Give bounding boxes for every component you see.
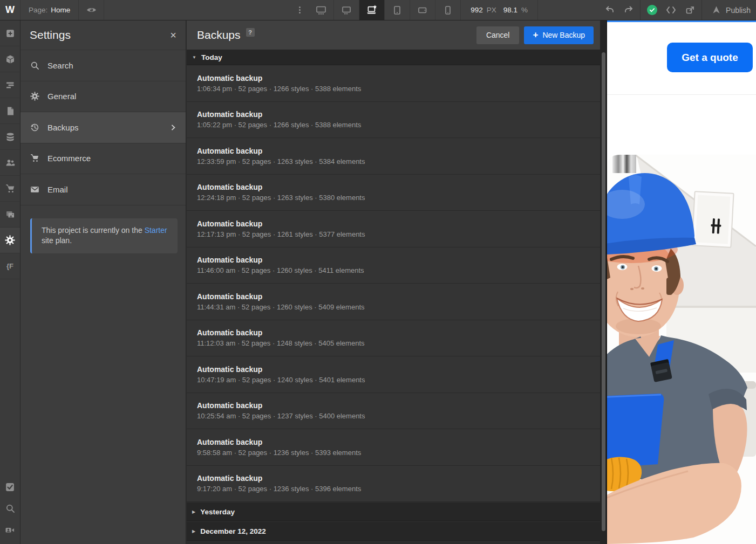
settings-item-backups[interactable]: Backups (21, 112, 186, 143)
backup-title: Automatic backup (197, 147, 600, 155)
new-backup-button[interactable]: + New Backup (524, 26, 594, 44)
site-settings-button[interactable] (0, 228, 20, 253)
backup-meta: 11:46:00 am · 52 pages · 1260 styles · 5… (197, 266, 600, 274)
backup-row[interactable]: Automatic backup11:12:03 am · 52 pages ·… (187, 320, 600, 357)
backup-meta: 12:24:18 pm · 52 pages · 1263 styles · 5… (197, 194, 600, 202)
backup-row[interactable]: Automatic backup12:24:18 pm · 52 pages ·… (187, 175, 600, 211)
navigator-icon (5, 80, 15, 90)
settings-item-label: Email (47, 185, 68, 194)
new-backup-label: New Backup (542, 31, 585, 39)
add-elements-button[interactable] (0, 20, 20, 46)
functions-button[interactable]: {F (0, 253, 20, 279)
backup-title: Automatic backup (197, 474, 600, 483)
webflow-logo[interactable]: W (0, 0, 21, 20)
users-icon (5, 158, 15, 168)
ecommerce-icon (5, 184, 15, 194)
undo-button[interactable] (600, 0, 619, 20)
cancel-button[interactable]: Cancel (476, 26, 520, 44)
backup-row[interactable]: Automatic backup9:58:58 am · 52 pages · … (187, 429, 600, 466)
page-selector[interactable]: Page: Home (21, 0, 79, 20)
device-phone-portrait-button[interactable] (435, 0, 461, 20)
users-button[interactable] (0, 150, 20, 176)
plan-notice-text-after: site plan. (42, 236, 72, 245)
device-laptop-button[interactable] (359, 0, 385, 20)
backup-section-header[interactable]: ▼Today (187, 50, 600, 65)
saved-status-button[interactable] (643, 0, 662, 20)
pages-button[interactable] (0, 98, 20, 124)
backup-row[interactable]: Automatic backup10:47:19 am · 52 pages ·… (187, 356, 600, 393)
device-desktop-large-button[interactable] (309, 0, 334, 20)
backups-panel: Backups ? Cancel + New Backup ▼TodayAuto… (187, 20, 600, 544)
backup-row[interactable]: Automatic backup12:33:59 pm · 52 pages ·… (187, 138, 600, 175)
canvas-size-readout[interactable]: 992 PX 98.1 % (461, 0, 538, 20)
backup-row[interactable]: Automatic backup12:17:13 pm · 52 pages ·… (187, 211, 600, 247)
share-button[interactable] (680, 0, 699, 20)
backup-title: Automatic backup (197, 292, 600, 301)
logo-glyph: W (5, 4, 15, 16)
backups-scrollbar-track[interactable] (600, 20, 607, 544)
backups-scrollbar-thumb[interactable] (602, 52, 605, 531)
backup-row[interactable]: Automatic backup11:44:31 am · 52 pages ·… (187, 284, 600, 320)
settings-item-label: Search (47, 61, 73, 70)
eye-icon (86, 5, 97, 15)
preview-toggle-button[interactable] (79, 0, 104, 20)
canvas-menu-button[interactable] (290, 0, 309, 20)
section-label: Today (201, 53, 222, 61)
zoom-value: 98.1 (503, 6, 517, 14)
redo-button[interactable] (619, 0, 638, 20)
topbar: W Page: Home 992 PX 98.1 % (0, 0, 756, 20)
close-settings-button[interactable]: × (170, 30, 176, 40)
audit-button[interactable] (0, 476, 20, 498)
device-desktop-button[interactable] (334, 0, 359, 20)
device-phone-landscape-button[interactable] (410, 0, 435, 20)
zoom-unit: % (521, 6, 528, 14)
get-a-quote-button[interactable]: Get a quote (667, 43, 753, 72)
undo-icon (605, 5, 615, 15)
device-tablet-button[interactable] (385, 0, 410, 20)
publish-plane-icon (712, 5, 721, 15)
backup-title: Automatic backup (197, 256, 600, 264)
worker-photo (607, 155, 756, 544)
settings-item-search[interactable]: Search (21, 50, 186, 81)
tablet-icon (392, 5, 402, 15)
plan-notice: This project is currently on the Starter… (30, 218, 178, 253)
settings-item-general[interactable]: General (21, 81, 186, 113)
settings-item-email[interactable]: Email (21, 174, 186, 205)
backup-section-header[interactable]: ▶December 12, 2022 (187, 521, 600, 541)
settings-title: Settings (30, 29, 71, 42)
navigator-button[interactable] (0, 72, 20, 98)
backup-section-header[interactable]: ▶Yesterday (187, 502, 600, 521)
triangle-down-icon: ▼ (192, 55, 196, 60)
backup-title: Automatic backup (197, 438, 600, 446)
backup-row[interactable]: Automatic backup1:05:22 pm · 52 pages · … (187, 102, 600, 139)
preview-section-divider (607, 94, 756, 95)
components-button[interactable] (0, 46, 20, 72)
video-tutorials-button[interactable] (0, 519, 20, 541)
cms-button[interactable] (0, 124, 20, 150)
assets-button[interactable] (0, 202, 20, 228)
pages-icon (5, 106, 15, 116)
triangle-right-icon: ▶ (192, 529, 195, 534)
ecommerce-button[interactable] (0, 176, 20, 202)
publish-button[interactable]: Publish (704, 0, 756, 20)
cart-icon (30, 154, 39, 163)
backup-meta: 9:17:20 am · 52 pages · 1236 styles · 53… (197, 485, 600, 493)
help-badge[interactable]: ? (246, 28, 255, 37)
backup-row[interactable]: Automatic backup11:46:00 am · 52 pages ·… (187, 247, 600, 284)
settings-item-ecommerce[interactable]: Ecommerce (21, 143, 186, 175)
backup-row[interactable]: Automatic backup9:17:20 am · 52 pages · … (187, 466, 600, 502)
backup-title: Automatic backup (197, 74, 600, 82)
finder-search-button[interactable] (0, 498, 20, 519)
page-name: Home (51, 6, 70, 14)
share-icon (685, 5, 695, 15)
section-label: December 12, 2022 (200, 527, 266, 535)
backup-row[interactable]: Automatic backup1:06:34 pm · 52 pages · … (187, 65, 600, 102)
backup-row[interactable]: Automatic backup10:25:54 am · 52 pages ·… (187, 393, 600, 430)
search-icon (5, 504, 15, 513)
chevron-right-icon (169, 123, 177, 132)
export-code-button[interactable] (662, 0, 680, 20)
canvas-selection-line (607, 20, 756, 22)
plan-link[interactable]: Starter (145, 226, 167, 235)
add-icon (5, 29, 15, 38)
phone-landscape-icon (418, 5, 428, 15)
